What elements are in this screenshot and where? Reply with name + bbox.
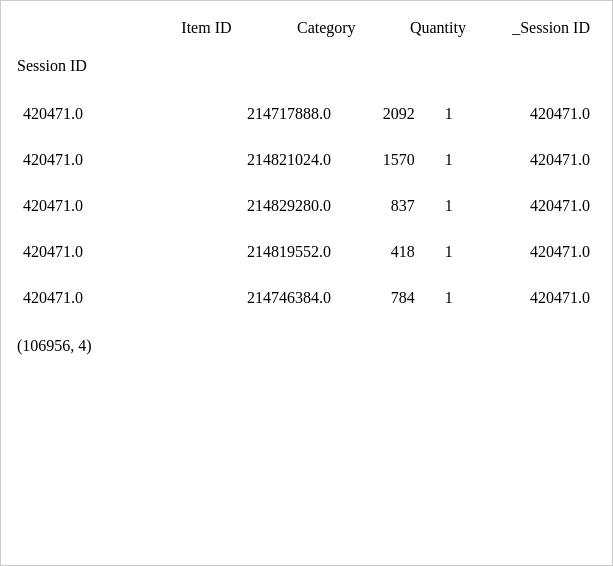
table-row: 420471.0214821024.015701420471.0 [17,137,596,183]
cell-3-2: 418 [337,229,421,275]
cell-2-2: 837 [337,183,421,229]
table-row: 420471.0214717888.020921420471.0 [17,91,596,137]
table-row: 420471.0214829280.08371420471.0 [17,183,596,229]
cell-2-3: 1 [421,183,459,229]
col-header-empty [17,11,58,57]
cell-3-0: 420471.0 [17,229,154,275]
cell-3-3: 1 [421,229,459,275]
table-row: 420471.0214746384.07841420471.0 [17,275,596,321]
cell-0-3: 1 [421,91,459,137]
cell-4-1: 214746384.0 [154,275,337,321]
cell-0-0: 420471.0 [17,91,154,137]
cell-1-0: 420471.0 [17,137,154,183]
col-header-itemid: Item ID [58,11,237,57]
cell-4-0: 420471.0 [17,275,154,321]
cell-2-4: 420471.0 [459,183,596,229]
cell-2-0: 420471.0 [17,183,154,229]
data-table: Item ID Category Quantity _Session ID [17,11,596,57]
session-id-label: Session ID [17,57,596,91]
col-header-quantity: Quantity [362,11,472,57]
cell-1-3: 1 [421,137,459,183]
cell-1-1: 214821024.0 [154,137,337,183]
col-header-category: Category [238,11,362,57]
cell-4-2: 784 [337,275,421,321]
cell-3-4: 420471.0 [459,229,596,275]
data-rows-table: 420471.0214717888.020921420471.0420471.0… [17,91,596,321]
cell-3-1: 214819552.0 [154,229,337,275]
table-row: 420471.0214819552.04181420471.0 [17,229,596,275]
cell-1-2: 1570 [337,137,421,183]
cell-1-4: 420471.0 [459,137,596,183]
cell-0-4: 420471.0 [459,91,596,137]
cell-4-3: 1 [421,275,459,321]
cell-0-2: 2092 [337,91,421,137]
footer-label: (106956, 4) [17,321,596,355]
cell-0-1: 214717888.0 [154,91,337,137]
main-container: Item ID Category Quantity _Session ID Se… [0,0,613,566]
col-header-sessionid: _Session ID [472,11,596,57]
cell-2-1: 214829280.0 [154,183,337,229]
cell-4-4: 420471.0 [459,275,596,321]
